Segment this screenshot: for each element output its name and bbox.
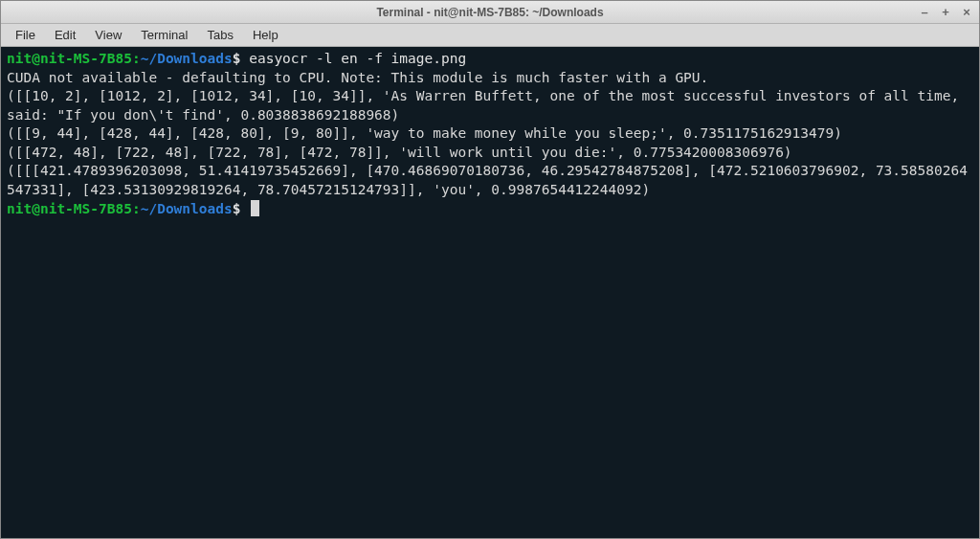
menu-tabs[interactable]: Tabs bbox=[198, 25, 241, 45]
menu-file[interactable]: File bbox=[7, 25, 44, 45]
close-button[interactable]: × bbox=[960, 5, 973, 19]
prompt-sep: : bbox=[132, 201, 141, 216]
window-controls: – + × bbox=[918, 5, 973, 19]
menu-edit[interactable]: Edit bbox=[46, 25, 84, 45]
prompt-user-host: nit@nit-MS-7B85 bbox=[7, 201, 132, 216]
output-line: CUDA not available - defaulting to CPU. … bbox=[7, 70, 708, 85]
output-line: ([[10, 2], [1012, 2], [1012, 34], [10, 3… bbox=[7, 88, 968, 123]
prompt-path: ~/Downloads bbox=[141, 51, 233, 66]
prompt-dollar: $ bbox=[233, 51, 241, 66]
command-text: easyocr -l en -f image.png bbox=[249, 51, 466, 66]
menu-help[interactable]: Help bbox=[244, 25, 287, 45]
minimize-button[interactable]: – bbox=[918, 5, 931, 19]
terminal-output[interactable]: nit@nit-MS-7B85:~/Downloads$ easyocr -l … bbox=[1, 47, 979, 538]
prompt-path: ~/Downloads bbox=[141, 201, 233, 216]
prompt-user-host: nit@nit-MS-7B85 bbox=[7, 51, 132, 66]
cursor-icon bbox=[251, 200, 259, 216]
output-line: ([[[421.4789396203098, 51.41419735452669… bbox=[7, 163, 968, 197]
prompt-sep: : bbox=[132, 51, 141, 66]
output-line: ([[472, 48], [722, 48], [722, 78], [472,… bbox=[7, 145, 792, 160]
terminal-window: Terminal - nit@nit-MS-7B85: ~/Downloads … bbox=[0, 0, 980, 539]
menubar: File Edit View Terminal Tabs Help bbox=[1, 24, 979, 47]
prompt-dollar: $ bbox=[233, 201, 241, 216]
menu-view[interactable]: View bbox=[86, 25, 130, 45]
maximize-button[interactable]: + bbox=[939, 5, 952, 19]
menu-terminal[interactable]: Terminal bbox=[132, 25, 196, 45]
titlebar: Terminal - nit@nit-MS-7B85: ~/Downloads … bbox=[1, 1, 979, 24]
window-title: Terminal - nit@nit-MS-7B85: ~/Downloads bbox=[376, 6, 603, 19]
output-line: ([[9, 44], [428, 44], [428, 80], [9, 80]… bbox=[7, 125, 842, 141]
